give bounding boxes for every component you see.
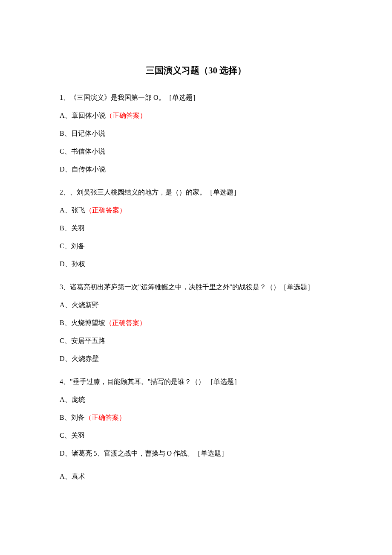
option-prefix: B、: [60, 130, 71, 137]
question-stem: 3、诸葛亮初出茅庐第一次"运筹帷幄之中，决胜千里之外"的战役是？（）［单选题］: [60, 282, 332, 292]
option-prefix: A、: [60, 112, 72, 119]
option-prefix: A、: [60, 206, 72, 214]
option: A、火烧新野: [60, 300, 332, 310]
option-prefix: D、: [60, 260, 72, 267]
option: B、日记体小说: [60, 128, 332, 139]
correct-answer-marker: （正确答案）: [85, 206, 126, 214]
question-stem: 4、"垂手过膝，目能顾其耳。"描写的是谁？（） ［单选题］: [60, 377, 332, 387]
option: C、关羽: [60, 430, 332, 441]
option-text: 自传体小说: [72, 166, 106, 173]
option-text: 日记体小说: [71, 130, 105, 137]
correct-answer-marker: （正确答案）: [105, 319, 146, 326]
page-title: 三国演义习题（30 选择）: [60, 64, 332, 78]
option-prefix: C、: [60, 432, 71, 439]
option: D、自传体小说: [60, 164, 332, 174]
option: B、刘备（正确答案）: [60, 413, 332, 423]
option-text: 关羽: [71, 432, 85, 439]
option-prefix: A、: [60, 396, 72, 403]
option: D、火烧赤壁: [60, 354, 332, 364]
option-prefix: C、: [60, 337, 71, 344]
correct-answer-marker: （正确答案）: [106, 112, 147, 119]
option-prefix: B、: [60, 319, 71, 326]
option: B、关羽: [60, 223, 332, 233]
option-text: 关羽: [71, 224, 85, 232]
option-text: 火烧新野: [72, 301, 99, 308]
option-text: 诸葛亮 5、官渡之战中，曹操与 O 作战。［单选题］: [72, 450, 228, 457]
option-text: 刘备: [71, 242, 85, 250]
option-prefix: B、: [60, 224, 71, 232]
option-text: 袁术: [72, 473, 85, 480]
option-text: 孙权: [72, 260, 85, 267]
option-text: 张飞: [72, 206, 85, 214]
option-text: 章回体小说: [72, 112, 106, 119]
option-prefix: B、: [60, 414, 71, 421]
option: A、张飞（正确答案）: [60, 205, 332, 215]
option-prefix: D、: [60, 450, 72, 457]
option-prefix: D、: [60, 166, 72, 173]
option: D、诸葛亮 5、官渡之战中，曹操与 O 作战。［单选题］: [60, 448, 332, 459]
option: D、孙权: [60, 259, 332, 269]
correct-answer-marker: （正确答案）: [85, 414, 126, 421]
option-text: 火烧博望坡: [71, 319, 105, 326]
option: C、安居平五路: [60, 336, 332, 346]
option-prefix: A、: [60, 301, 72, 308]
option: A、袁术: [60, 471, 332, 482]
question-block: 3、诸葛亮初出茅庐第一次"运筹帷幄之中，决胜千里之外"的战役是？（）［单选题］A…: [60, 282, 332, 364]
question-stem: 1、《三国演义》是我国第一部 O。［单选题］: [60, 93, 332, 103]
option: B、火烧博望坡（正确答案）: [60, 318, 332, 328]
option: C、书信体小说: [60, 146, 332, 157]
option: A、章回体小说（正确答案）: [60, 110, 332, 121]
option-text: 火烧赤壁: [72, 355, 99, 362]
option-prefix: C、: [60, 242, 71, 250]
option-prefix: D、: [60, 355, 72, 362]
option-prefix: C、: [60, 148, 71, 155]
option-text: 书信体小说: [71, 148, 105, 155]
question-block: 4、"垂手过膝，目能顾其耳。"描写的是谁？（） ［单选题］A、庞统B、刘备（正确…: [60, 377, 332, 459]
questions-container: 1、《三国演义》是我国第一部 O。［单选题］A、章回体小说（正确答案）B、日记体…: [60, 93, 332, 482]
option-prefix: A、: [60, 473, 72, 480]
option-text: 安居平五路: [71, 337, 105, 344]
option-text: 刘备: [71, 414, 85, 421]
option-text: 庞统: [72, 396, 85, 403]
question-block: 1、《三国演义》是我国第一部 O。［单选题］A、章回体小说（正确答案）B、日记体…: [60, 93, 332, 174]
question-stem: 2、、刘吴张三人桃园结义的地方，是（）的家。［单选题］: [60, 187, 332, 198]
question-block: 2、、刘吴张三人桃园结义的地方，是（）的家。［单选题］A、张飞（正确答案）B、关…: [60, 187, 332, 269]
option: C、刘备: [60, 241, 332, 251]
option: A、庞统: [60, 395, 332, 405]
